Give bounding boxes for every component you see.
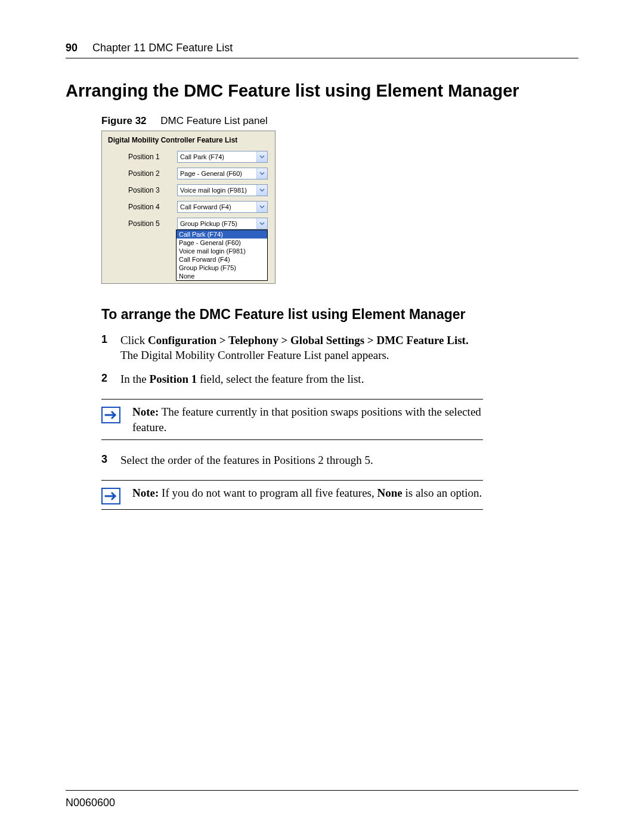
chevron-down-icon[interactable] [256,218,267,229]
position-label: Position 3 [109,186,177,194]
dropdown-item[interactable]: Page - General (F60) [177,239,267,247]
chevron-down-icon[interactable] [256,168,267,179]
note-text: Note: If you do not want to program all … [130,485,482,501]
divider [101,439,483,440]
dropdown-item[interactable]: None [177,272,267,280]
position-row-4: Position 4 Call Forward (F4) [102,200,275,217]
select-value: Call Park (F74) [178,151,256,162]
note-text: Note: The feature currently in that posi… [130,404,483,435]
subheading: To arrange the DMC Feature list using El… [101,306,578,323]
position-row-5: Position 5 Group Pickup (F75) [102,217,275,230]
select-value: Page - General (F60) [178,168,256,179]
step-3: 3 Select the order of the features in Po… [101,453,578,468]
position-1-select[interactable]: Call Park (F74) [177,151,268,163]
running-header: 90 Chapter 11 DMC Feature List [66,42,578,58]
position-label: Position 2 [109,169,177,178]
divider [101,509,483,510]
page-title: Arranging the DMC Feature list using Ele… [66,81,578,101]
position-row-3: Position 3 Voice mail login (F981) [102,184,275,200]
step-number: 3 [101,453,120,468]
dropdown-item[interactable]: Call Forward (F4) [177,255,267,264]
position-label: Position 4 [109,203,177,211]
figure-panel-wrap: Digital Mobility Controller Feature List… [101,131,578,284]
step-number: 2 [101,372,120,387]
step-number: 1 [101,333,120,363]
divider [101,480,483,481]
document-id: N0060600 [66,797,115,809]
panel-title: Digital Mobility Controller Feature List [102,136,275,150]
position-5-select[interactable]: Group Pickup (F75) [177,218,268,230]
position-2-select[interactable]: Page - General (F60) [177,168,268,179]
figure-number: Figure 32 [101,115,147,126]
position-row-2: Position 2 Page - General (F60) [102,167,275,184]
dropdown-item[interactable]: Voice mail login (F981) [177,247,267,255]
page: 90 Chapter 11 DMC Feature List Arranging… [0,0,644,833]
position-row-1: Position 1 Call Park (F74) [102,150,275,167]
chevron-down-icon[interactable] [256,185,267,196]
position-5-dropdown[interactable]: Call Park (F74) Page - General (F60) Voi… [176,230,268,281]
chapter-title: Chapter 11 DMC Feature List [92,42,233,54]
step-body: Click Configuration > Telephony > Global… [120,333,578,363]
chevron-down-icon[interactable] [256,151,267,162]
position-label: Position 5 [109,219,177,228]
divider [101,399,483,400]
nav-path: Configuration > Telephony > Global Setti… [148,334,469,346]
select-value: Voice mail login (F981) [178,185,256,196]
step-1: 1 Click Configuration > Telephony > Glob… [101,333,578,363]
select-value: Group Pickup (F75) [178,218,256,229]
step-2: 2 In the Position 1 field, select the fe… [101,372,578,387]
field-name: Position 1 [150,373,197,385]
note-2: Note: If you do not want to program all … [101,478,483,512]
figure-title: DMC Feature List panel [160,115,268,126]
steps-list: 1 Click Configuration > Telephony > Glob… [101,333,578,397]
position-4-select[interactable]: Call Forward (F4) [177,201,268,213]
page-number: 90 [66,42,78,54]
chevron-down-icon[interactable] [256,202,267,212]
dropdown-item[interactable]: Group Pickup (F75) [177,264,267,272]
step-body: Select the order of the features in Posi… [120,453,578,468]
select-value: Call Forward (F4) [178,202,256,212]
figure-caption: Figure 32 DMC Feature List panel [101,115,578,127]
position-3-select[interactable]: Voice mail login (F981) [177,184,268,196]
steps-list-cont: 3 Select the order of the features in Po… [101,453,578,478]
arrow-right-icon [101,488,120,504]
footer: N0060600 [66,790,578,809]
note-1: Note: The feature currently in that posi… [101,397,483,442]
dmc-feature-list-panel: Digital Mobility Controller Feature List… [101,131,275,284]
position-label: Position 1 [109,153,177,161]
dropdown-item[interactable]: Call Park (F74) [177,230,267,239]
step-body: In the Position 1 field, select the feat… [120,372,578,387]
arrow-right-icon [101,407,120,423]
